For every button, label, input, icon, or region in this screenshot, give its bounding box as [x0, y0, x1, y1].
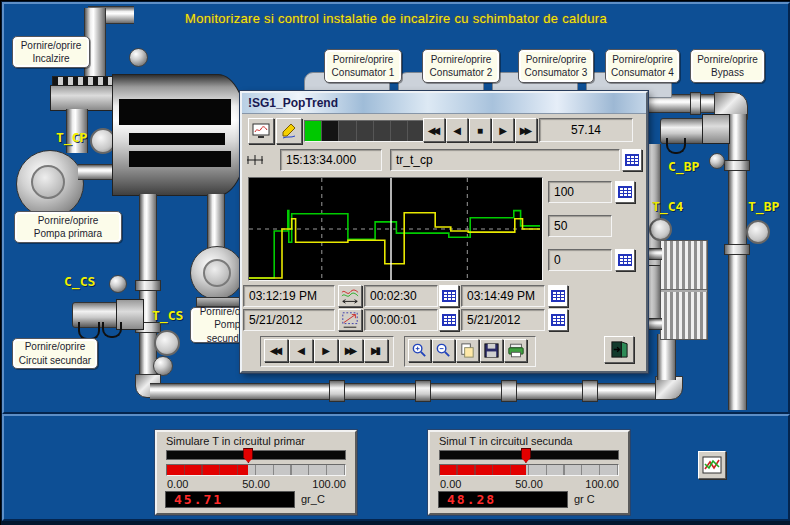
circuit-secundar-button[interactable]: Pornire/oprire Circuit secundar — [12, 338, 98, 369]
pipe-flange — [582, 380, 598, 402]
channel-cell[interactable] — [357, 121, 374, 141]
crosshair-icon — [246, 151, 264, 169]
hmi-screen: Monitorizare si control instalatie de in… — [0, 0, 790, 525]
scale-min-field[interactable]: 0 — [548, 249, 612, 271]
end-date-field[interactable]: 5/21/2012 — [461, 309, 545, 331]
slider-thumb[interactable] — [521, 448, 531, 463]
slider-track[interactable] — [166, 450, 346, 460]
rewind-icon: ◀◀ — [270, 345, 282, 356]
rewind-icon: ◀◀ — [428, 125, 440, 136]
c-bp-valve-box — [702, 114, 730, 144]
tag-keypad-button[interactable] — [622, 149, 642, 171]
consumator1-button[interactable]: Pornire/oprire Consumator 1 — [324, 49, 402, 83]
slider-ticks — [440, 465, 618, 475]
keypad-icon — [551, 314, 565, 326]
rewind-button[interactable]: ◀◀ — [423, 118, 445, 142]
time-span-field[interactable]: 00:02:30 — [364, 285, 438, 307]
channel-cell[interactable] — [374, 121, 391, 141]
process-area: Monitorizare si control instalatie de in… — [2, 2, 790, 414]
consumator2-button[interactable]: Pornire/oprire Consumator 2 — [422, 49, 500, 83]
update-rate-field[interactable]: 00:00:01 — [364, 309, 438, 331]
save-icon — [483, 342, 500, 359]
trend-popup-window[interactable]: !SG1_PopTrend ◀◀ ◀ ■ ▶ ▶▶ 57.14 15:13:34… — [240, 91, 648, 373]
copy-button[interactable] — [456, 339, 479, 362]
time-span-icon — [340, 287, 360, 305]
start-time-field[interactable]: 03:12:19 PM — [243, 285, 335, 307]
incalzire-button[interactable]: Pornire/oprire Incalzire — [12, 36, 90, 68]
button-label: Consumator 1 — [325, 66, 401, 80]
update-rate-button[interactable] — [338, 309, 362, 331]
popup-titlebar[interactable]: !SG1_PopTrend — [242, 93, 646, 114]
open-trend-button[interactable] — [698, 451, 726, 479]
stop-button[interactable]: ■ — [469, 118, 491, 142]
scale-max-keypad-button[interactable] — [615, 181, 635, 203]
bypass-button[interactable]: Pornire/oprire Bypass — [690, 49, 765, 83]
scale-mid-field[interactable]: 50 — [548, 215, 612, 237]
pipe-flange — [724, 244, 750, 255]
button-label: Pornire/oprire — [691, 53, 764, 67]
slider-fill-bar — [166, 464, 346, 476]
step-back-button[interactable]: ◀ — [446, 118, 468, 142]
start-date-field[interactable]: 5/21/2012 — [243, 309, 335, 331]
temperature-value: 48.28 — [439, 492, 496, 507]
page-back-button[interactable]: ◀ — [289, 339, 313, 362]
time-span-button[interactable] — [338, 285, 362, 307]
tagname-field[interactable]: tr_t_cp — [390, 149, 620, 171]
fast-forward-button[interactable]: ▶▶ — [515, 118, 537, 142]
end-date: 5/21/2012 — [467, 313, 520, 327]
t-cp-label: T_CP — [56, 130, 87, 145]
page-rewind-button[interactable]: ◀◀ — [264, 339, 288, 362]
scale-max-field[interactable]: 100 — [548, 181, 612, 203]
end-time: 03:14:49 PM — [467, 289, 535, 303]
play-button[interactable]: ▶ — [492, 118, 514, 142]
zoom-in-button[interactable] — [408, 339, 431, 362]
end-time-field[interactable]: 03:14:49 PM — [461, 285, 545, 307]
play-icon: ▶ — [322, 345, 330, 356]
pipe-flange — [501, 380, 517, 402]
slider-fill-bar — [439, 464, 619, 476]
chart-config-button[interactable] — [248, 118, 274, 144]
trend-chart-area[interactable] — [248, 177, 543, 281]
pompa-primara-button[interactable]: Pornire/oprire Pompa primara — [14, 211, 122, 243]
trend-chart[interactable] — [249, 178, 540, 280]
slider-track[interactable] — [439, 450, 619, 460]
pump-hub — [31, 165, 65, 199]
channel-cell[interactable] — [322, 121, 339, 141]
unit-label: gr C — [574, 493, 595, 505]
page-forward-button[interactable]: ▶ — [314, 339, 338, 362]
cursor-value-display: 57.14 — [539, 118, 633, 142]
end-date-keypad-button[interactable] — [548, 309, 568, 331]
channel-cell[interactable] — [391, 121, 408, 141]
save-button[interactable] — [480, 339, 503, 362]
go-to-end-button[interactable]: ▶▮ — [364, 339, 388, 362]
forward-icon: ▶▶ — [520, 125, 532, 136]
button-label: Pornire/oprire — [325, 53, 401, 67]
boiler-stripe — [119, 99, 231, 125]
channel-cell[interactable] — [339, 121, 356, 141]
temperature-value: 45.71 — [166, 492, 223, 507]
cursor-time-field[interactable]: 15:13:34.000 — [280, 149, 382, 171]
consumator4-button[interactable]: Pornire/oprire Consumator 4 — [605, 49, 680, 83]
update-rate-icon — [340, 311, 360, 329]
button-label: Incalzire — [13, 52, 89, 66]
button-label: Bypass — [691, 66, 764, 80]
end-time-keypad-button[interactable] — [548, 285, 568, 307]
keypad-icon — [625, 154, 639, 166]
span-keypad-button[interactable] — [439, 285, 459, 307]
value-display: 48.28 — [438, 491, 568, 508]
consumator3-button[interactable]: Pornire/oprire Consumator 3 — [518, 49, 594, 83]
slider-thumb[interactable] — [243, 448, 253, 463]
tick-label: 100.00 — [585, 478, 619, 490]
button-label: Pompa primara — [15, 227, 121, 241]
exit-button[interactable] — [604, 336, 634, 363]
print-icon — [507, 343, 525, 358]
primary-temp-slider-panel: Simulare T in circuitul primar 0.00 50.0… — [155, 430, 357, 515]
pen-button[interactable] — [276, 118, 302, 144]
rate-keypad-button[interactable] — [439, 309, 459, 331]
channel-cell[interactable] — [305, 121, 322, 141]
cursor-time: 15:13:34.000 — [286, 153, 356, 167]
print-button[interactable] — [504, 339, 527, 362]
page-fast-forward-button[interactable]: ▶▶ — [339, 339, 363, 362]
zoom-out-button[interactable] — [432, 339, 455, 362]
scale-min-keypad-button[interactable] — [615, 249, 635, 271]
